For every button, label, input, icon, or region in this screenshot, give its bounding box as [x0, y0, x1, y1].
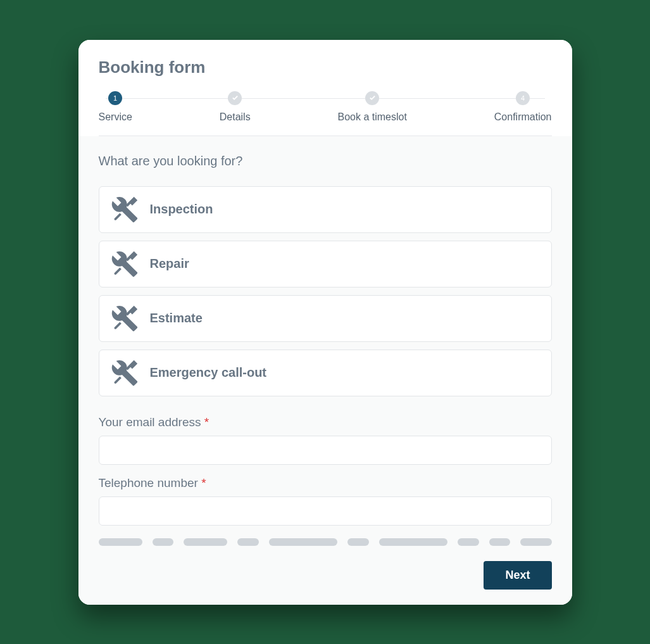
step-service[interactable]: 1 Service	[99, 91, 132, 123]
phone-input[interactable]	[99, 496, 552, 526]
step-indicator-inactive	[228, 91, 242, 105]
option-repair[interactable]: Repair	[99, 241, 552, 287]
required-mark: *	[201, 476, 206, 489]
placeholder-bar	[269, 538, 337, 546]
step-timeslot[interactable]: Book a timeslot	[338, 91, 407, 123]
required-mark: *	[204, 415, 209, 429]
step-label: Details	[220, 111, 251, 123]
phone-label-text: Telephone number	[99, 476, 198, 489]
step-label: Service	[99, 111, 132, 123]
option-label: Estimate	[150, 311, 203, 325]
check-icon	[232, 94, 239, 101]
stepper: 1 Service Details Book a timeslot 4	[99, 91, 552, 136]
email-input[interactable]	[99, 436, 552, 465]
step-number: 4	[521, 94, 525, 102]
check-icon	[369, 94, 376, 101]
option-emergency[interactable]: Emergency call-out	[99, 350, 552, 396]
step-confirmation[interactable]: 4 Confirmation	[494, 91, 552, 123]
option-estimate[interactable]: Estimate	[99, 295, 552, 342]
email-label: Your email address *	[99, 415, 552, 429]
option-label: Inspection	[150, 202, 213, 217]
booking-card: Booking form 1 Service Details Book a t	[78, 40, 572, 605]
step-number: 1	[113, 94, 117, 102]
placeholder-bar	[489, 538, 511, 546]
next-button[interactable]: Next	[484, 561, 551, 590]
placeholder-bar	[379, 538, 447, 546]
page-title: Booking form	[99, 58, 552, 77]
phone-label: Telephone number *	[99, 476, 552, 490]
step-indicator-inactive	[365, 91, 379, 105]
stepper-line	[106, 98, 545, 99]
tools-icon	[111, 359, 139, 387]
step-label: Confirmation	[494, 111, 552, 123]
email-field-wrapper: Your email address *	[99, 415, 552, 465]
tools-icon	[111, 250, 139, 278]
placeholder-bar	[184, 538, 227, 546]
step-indicator-inactive: 4	[516, 91, 530, 105]
phone-field-wrapper: Telephone number *	[99, 476, 552, 526]
card-header: Booking form 1 Service Details Book a t	[78, 40, 572, 136]
email-label-text: Your email address	[99, 415, 201, 429]
placeholder-row	[99, 538, 552, 546]
option-inspection[interactable]: Inspection	[99, 186, 552, 233]
placeholder-bar	[153, 538, 174, 546]
card-body: What are you looking for? Inspection Rep…	[78, 136, 572, 605]
option-label: Repair	[150, 256, 189, 271]
tools-icon	[111, 196, 139, 224]
placeholder-bar	[347, 538, 369, 546]
placeholder-bar	[99, 538, 142, 546]
tools-icon	[111, 305, 139, 332]
option-label: Emergency call-out	[150, 365, 267, 380]
question-heading: What are you looking for?	[99, 154, 552, 168]
placeholder-bar	[520, 538, 551, 546]
service-options: Inspection Repair Estimate	[99, 186, 552, 396]
placeholder-bar	[237, 538, 259, 546]
step-details[interactable]: Details	[220, 91, 251, 123]
step-label: Book a timeslot	[338, 111, 407, 123]
step-indicator-active: 1	[108, 91, 122, 105]
placeholder-bar	[458, 538, 479, 546]
actions-row: Next	[99, 561, 552, 590]
